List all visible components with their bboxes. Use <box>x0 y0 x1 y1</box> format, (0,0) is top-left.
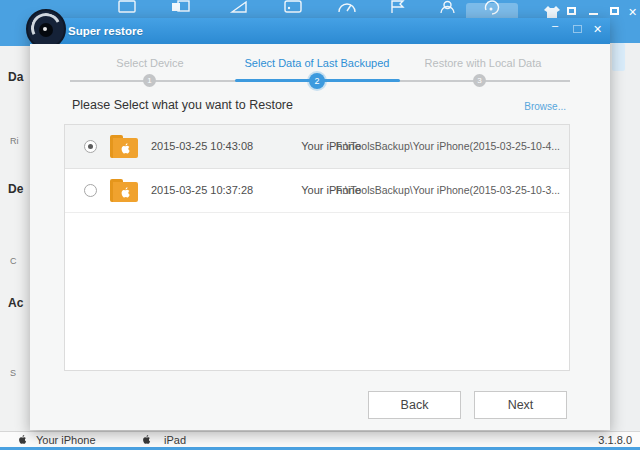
main-window-sidebar: Da Ri De C Ac S <box>0 46 30 432</box>
status-device-name[interactable]: Your iPhone <box>36 434 96 446</box>
browse-link[interactable]: Browse... <box>524 101 566 112</box>
right-scroll-strip[interactable] <box>612 43 625 71</box>
next-button[interactable]: Next <box>474 391 567 419</box>
main-maximize-button[interactable] <box>610 7 619 15</box>
backup-row[interactable]: 2015-03-25 10:37:28 Your iPhone F:\iTool… <box>65 169 569 213</box>
apps-icon[interactable] <box>171 0 191 16</box>
user-icon[interactable] <box>437 0 457 16</box>
dialog-titlebar[interactable]: Super restore – ✕ <box>30 18 610 44</box>
status-bar: Your iPhone iPad 3.1.8.0 <box>0 431 640 447</box>
itools-logo <box>26 9 66 49</box>
backup-timestamp: 2015-03-25 10:43:08 <box>151 140 253 152</box>
menu-box-icon[interactable] <box>567 7 576 15</box>
step-dot-2: 2 <box>309 73 325 89</box>
device-icon[interactable] <box>117 0 137 16</box>
sidebar-item-partial[interactable]: C <box>10 256 17 266</box>
step-dot-1: 1 <box>143 74 156 87</box>
apple-icon <box>140 433 153 446</box>
radio-button[interactable] <box>84 140 97 153</box>
sidebar-item-partial[interactable]: Ri <box>10 136 19 146</box>
dialog-minimize-button[interactable]: – <box>552 19 558 31</box>
main-close-button[interactable]: ✕ <box>628 7 637 18</box>
restore-prompt: Please Select what you want to Restore <box>72 98 293 112</box>
status-device-name[interactable]: iPad <box>164 434 186 446</box>
version-label: 3.1.8.0 <box>598 434 632 446</box>
flag-icon[interactable] <box>388 0 408 16</box>
dialog-title: Super restore <box>68 25 143 37</box>
photos-icon[interactable] <box>283 0 303 16</box>
back-button[interactable]: Back <box>368 391 461 419</box>
backup-timestamp: 2015-03-25 10:37:28 <box>151 184 253 196</box>
step-dot-3: 3 <box>473 74 486 87</box>
dialog-maximize-button <box>573 25 582 33</box>
dashboard-icon[interactable] <box>337 0 357 16</box>
backup-row[interactable]: 2015-03-25 10:43:08 Your iPhone F:\iTool… <box>65 125 569 169</box>
sidebar-item-partial[interactable]: De <box>8 182 23 196</box>
backup-path: F:\iToolsBackup\Your iPhone(2015-03-25-1… <box>336 140 560 152</box>
sidebar-item-partial[interactable]: Da <box>8 70 23 84</box>
backup-folder-icon <box>110 135 138 159</box>
eject-icon[interactable] <box>203 435 213 444</box>
main-window-right-edge <box>610 43 640 432</box>
media-icon[interactable] <box>229 0 249 16</box>
super-restore-icon[interactable] <box>482 0 502 16</box>
backup-list: 2015-03-25 10:43:08 Your iPhone F:\iTool… <box>64 124 570 371</box>
main-minimize-button[interactable] <box>589 13 598 15</box>
sidebar-item-partial[interactable]: Ac <box>8 296 23 310</box>
logo-dot <box>43 27 47 31</box>
apple-icon <box>16 433 29 446</box>
eject-icon[interactable] <box>115 435 125 444</box>
radio-button[interactable] <box>84 184 97 197</box>
backup-folder-icon <box>110 179 138 203</box>
backup-path: F:\iToolsBackup\Your iPhone(2015-03-25-1… <box>336 184 560 196</box>
super-restore-dialog: Super restore – ✕ Select Device Select D… <box>30 18 610 430</box>
step-label-restore-local: Restore with Local Data <box>383 57 583 69</box>
dialog-close-button[interactable]: ✕ <box>593 23 602 35</box>
sidebar-item-partial[interactable]: S <box>10 368 16 378</box>
